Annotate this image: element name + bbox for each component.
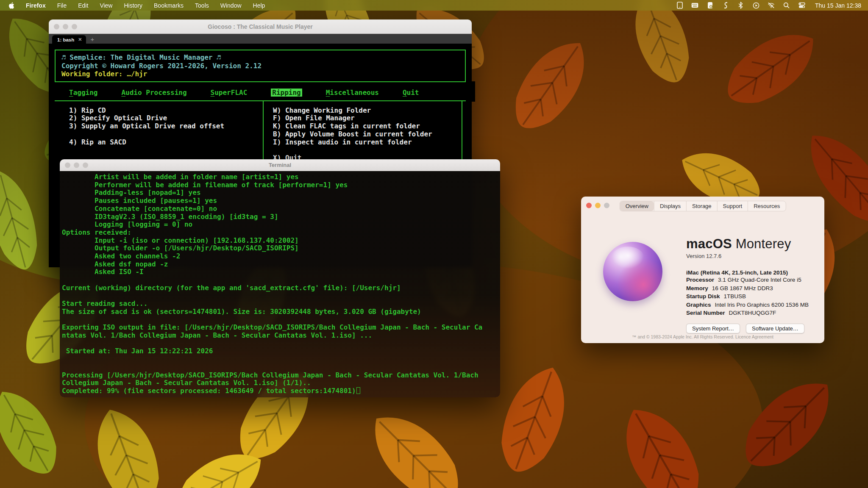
close-button[interactable] xyxy=(65,162,70,168)
option-item[interactable]: K) Clean FLAC tags in current folder xyxy=(273,122,462,130)
option-item[interactable]: 2) Specify Optical Drive xyxy=(69,114,263,122)
spec-row: Startup Disk1TBUSB xyxy=(686,292,818,301)
menu-file[interactable]: File xyxy=(57,2,67,9)
system-report-button[interactable]: System Report… xyxy=(686,324,740,333)
control-center-icon[interactable] xyxy=(798,2,805,9)
mac-model: iMac (Retina 4K, 21.5-inch, Late 2015) xyxy=(686,269,818,276)
about-this-mac-window: OverviewDisplaysStorageSupportResources … xyxy=(581,197,824,343)
spec-row: Serial NumberDGKT8HUQGG7F xyxy=(686,309,818,317)
zoom-button[interactable] xyxy=(604,203,609,208)
zoom-button[interactable] xyxy=(72,24,77,29)
option-item[interactable]: F) Open File Manager xyxy=(273,114,462,122)
about-tab-support[interactable]: Support xyxy=(717,201,748,211)
minimize-button[interactable] xyxy=(74,162,79,168)
menu-bar-items: FirefoxFileEditViewHistoryBookmarksTools… xyxy=(26,2,265,9)
spec-label: Graphics xyxy=(686,302,711,308)
desktop: n 4) Giocoso : The Classical Music Playe… xyxy=(0,0,868,488)
semplice-screen: ♬ Semplice: The Digital Music Manager ♬ … xyxy=(49,44,472,162)
terminal-titlebar[interactable]: Terminal xyxy=(60,159,500,171)
spec-label: Startup Disk xyxy=(686,293,720,299)
terminal-traffic-lights[interactable] xyxy=(65,162,88,168)
close-button[interactable] xyxy=(586,203,592,208)
menu-view[interactable]: View xyxy=(100,2,112,9)
bluetooth-icon[interactable] xyxy=(737,2,744,9)
semplice-menu-miscellaneous[interactable]: Miscellaneous xyxy=(326,89,379,97)
spotlight-search-icon[interactable] xyxy=(783,2,790,9)
keyboard-icon[interactable] xyxy=(691,2,698,9)
software-update-button[interactable]: Software Update… xyxy=(746,324,804,333)
about-titlebar[interactable]: OverviewDisplaysStorageSupportResources xyxy=(581,197,824,214)
spec-row: Memory16 GB 1867 MHz DDR3 xyxy=(686,284,818,293)
about-buttons: System Report…Software Update… xyxy=(686,324,818,333)
spec-label: Processor xyxy=(686,277,714,283)
spec-label: Serial Number xyxy=(686,310,725,316)
semplice-header-box: ♬ Semplice: The Digital Music Manager ♬ … xyxy=(55,50,466,82)
about-info: macOS Monterey Version 12.7.6 iMac (Reti… xyxy=(686,236,818,333)
about-traffic-lights[interactable] xyxy=(586,203,609,208)
giocoso-traffic-lights[interactable] xyxy=(54,24,77,29)
menu-history[interactable]: History xyxy=(124,2,142,9)
spec-value: 1TBUSB xyxy=(724,293,746,299)
about-tab-displays[interactable]: Displays xyxy=(654,201,686,211)
os-version: Version 12.7.6 xyxy=(686,253,818,259)
option-item[interactable]: 3) Supply an Optical Drive read offset xyxy=(69,122,263,130)
giocoso-window-title: Giocoso : The Classical Music Player xyxy=(49,19,472,34)
time-machine-icon[interactable] xyxy=(707,2,714,9)
menu-bookmarks[interactable]: Bookmarks xyxy=(154,2,184,9)
semplice-menu-ripping[interactable]: Ripping xyxy=(271,89,302,97)
spec-rows: Processor3.1 GHz Quad-Core Intel Core i5… xyxy=(686,276,818,317)
option-item[interactable]: 1) Rip CD xyxy=(69,107,263,115)
semplice-menu-audio-processing[interactable]: Audio Processing xyxy=(121,89,186,97)
shortcuts-icon[interactable] xyxy=(722,2,729,9)
semplice-menu-row: TaggingAudio ProcessingSuperFLACRippingM… xyxy=(55,82,466,97)
macos-monterey-logo xyxy=(603,242,662,301)
spec-value: DGKT8HUQGG7F xyxy=(729,310,776,316)
semplice-copyright: Copyright © Howard Rogers 2021-2026, Ver… xyxy=(61,62,459,70)
menu-window[interactable]: Window xyxy=(220,2,242,9)
menu-bar-status: Thu 15 Jan 12:38 xyxy=(676,2,868,9)
menu-edit[interactable]: Edit xyxy=(78,2,88,9)
about-tab-resources[interactable]: Resources xyxy=(748,201,785,211)
option-item[interactable]: W) Change Working Folder xyxy=(273,107,462,115)
semplice-menu-superflac[interactable]: SuperFLAC xyxy=(211,89,248,97)
about-footer: ™ and © 1983-2024 Apple Inc. All Rights … xyxy=(581,334,824,339)
minimize-button[interactable] xyxy=(595,203,601,208)
display-mirroring-icon[interactable] xyxy=(676,2,683,9)
zoom-button[interactable] xyxy=(83,162,88,168)
about-tab-storage[interactable]: Storage xyxy=(686,201,717,211)
playback-icon[interactable] xyxy=(752,2,760,9)
tab-bash[interactable]: 1: bash ✕ xyxy=(52,35,86,44)
giocoso-tab-bar: 1: bash ✕ + xyxy=(49,34,472,44)
terminal-body[interactable]: Artist will be added in folder name [art… xyxy=(60,171,500,397)
semplice-menu-quit[interactable]: Quit xyxy=(403,89,419,97)
about-tab-bar: OverviewDisplaysStorageSupportResources xyxy=(620,201,786,211)
menu-help[interactable]: Help xyxy=(253,2,265,9)
menu-bar-clock[interactable]: Thu 15 Jan 12:38 xyxy=(815,2,861,9)
spec-row: GraphicsIntel Iris Pro Graphics 6200 153… xyxy=(686,301,818,309)
terminal-output: Artist will be added in folder name [art… xyxy=(60,171,500,395)
semplice-menu-tagging[interactable]: Tagging xyxy=(69,89,97,97)
option-item xyxy=(273,146,462,154)
spec-value: 16 GB 1867 MHz DDR3 xyxy=(712,285,773,291)
wifi-off-icon[interactable] xyxy=(768,2,775,9)
spec-row: Processor3.1 GHz Quad-Core Intel Core i5 xyxy=(686,276,818,284)
option-item[interactable]: I) Inspect audio in current folder xyxy=(273,139,462,147)
about-tab-overview[interactable]: Overview xyxy=(620,201,654,211)
tab-close-icon[interactable]: ✕ xyxy=(78,37,82,42)
menu-firefox[interactable]: Firefox xyxy=(26,2,46,9)
menu-bar: FirefoxFileEditViewHistoryBookmarksTools… xyxy=(0,0,868,11)
option-item[interactable]: B) Apply Volume Boost in current folder xyxy=(273,130,462,139)
new-tab-button[interactable]: + xyxy=(86,36,98,44)
menu-tools[interactable]: Tools xyxy=(195,2,209,9)
minimize-button[interactable] xyxy=(63,24,68,29)
close-button[interactable] xyxy=(54,24,59,29)
semplice-options: 1) Rip CD2) Specify Optical Drive3) Supp… xyxy=(55,101,462,163)
giocoso-titlebar[interactable]: Giocoso : The Classical Music Player xyxy=(49,19,472,34)
tab-label: 1: bash xyxy=(57,37,74,42)
semplice-title: ♬ Semplice: The Digital Music Manager ♬ xyxy=(61,53,459,62)
terminal-cursor xyxy=(356,387,360,394)
os-name: macOS Monterey xyxy=(686,236,818,252)
spec-value: 3.1 GHz Quad-Core Intel Core i5 xyxy=(718,277,801,283)
apple-menu-icon[interactable] xyxy=(8,2,14,9)
option-item[interactable]: 4) Rip an SACD xyxy=(69,139,263,147)
